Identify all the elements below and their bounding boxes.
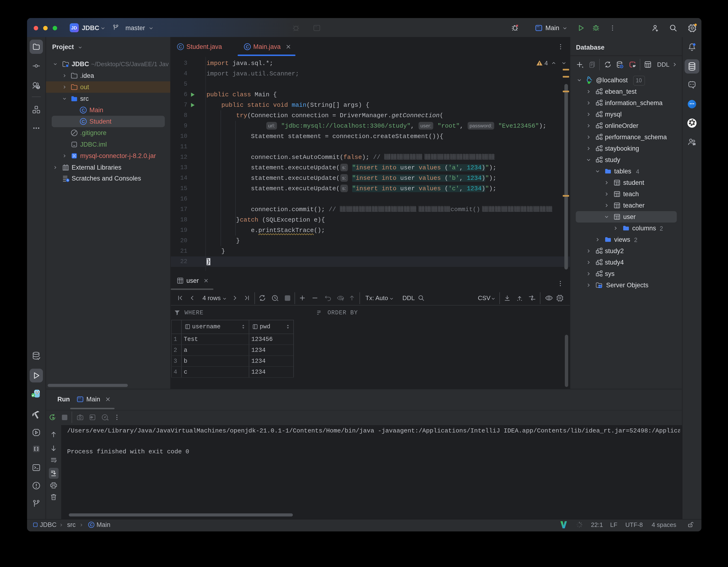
svg-text:C: C [90,523,93,527]
svg-text:C: C [246,44,249,49]
svg-text:C: C [82,119,85,124]
svg-text:C: C [82,108,85,113]
svg-text:C: C [179,44,182,49]
